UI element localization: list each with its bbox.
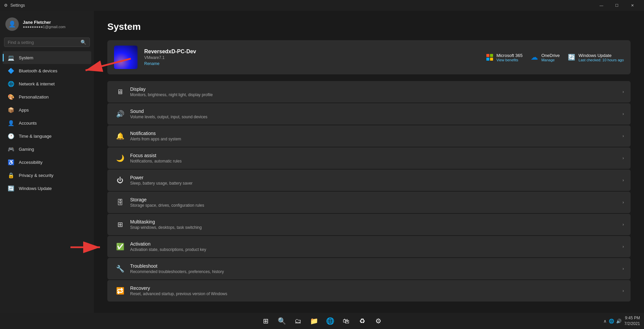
system-vm: VMware7.1 bbox=[144, 55, 480, 60]
title-bar-title: Settings bbox=[10, 3, 25, 8]
settings-title-recovery: Recovery bbox=[130, 285, 623, 291]
settings-arrow-storage: › bbox=[623, 200, 624, 205]
app-window: 👤 Jane Fletcher ●●●●●●●●●1@gmail.com 🔍 💻… bbox=[0, 11, 644, 313]
nav-icon-accessibility: ♿ bbox=[8, 159, 14, 165]
taskbar-icon-file-explorer[interactable]: 📁 bbox=[307, 314, 321, 328]
settings-arrow-activation: › bbox=[623, 244, 624, 249]
settings-icon-sound: 🔊 bbox=[114, 108, 126, 120]
settings-title-multitasking: Multitasking bbox=[130, 219, 623, 224]
sidebar-item-network[interactable]: 🌐 Network & internet bbox=[3, 77, 91, 90]
settings-title-sound: Sound bbox=[130, 109, 623, 114]
clock-date: 7/2/2021 bbox=[624, 321, 640, 327]
content-area: System ReversedxD-PC-Dev VMware7.1 Renam… bbox=[94, 11, 644, 313]
settings-text-sound: Sound Volume levels, output, input, soun… bbox=[130, 109, 623, 119]
page-title: System bbox=[107, 21, 631, 32]
link-text-onedrive: OneDrive Manage bbox=[541, 53, 560, 62]
sidebar-item-accounts[interactable]: 👤 Accounts bbox=[3, 117, 91, 129]
settings-text-notifications: Notifications Alerts from apps and syste… bbox=[130, 131, 623, 141]
search-input[interactable] bbox=[8, 40, 78, 45]
link-sub-update[interactable]: Last checked: 10 hours ago bbox=[579, 58, 624, 62]
taskbar-icon-task-view[interactable]: 🗂 bbox=[291, 314, 305, 328]
system-tray: ∧ 🌐 🔊 bbox=[603, 319, 622, 324]
settings-text-troubleshoot: Troubleshoot Recommended troubleshooters… bbox=[130, 263, 623, 274]
settings-item-display[interactable]: 🖥 Display Monitors, brightness, night li… bbox=[107, 81, 631, 103]
taskbar-icon-search[interactable]: 🔍 bbox=[275, 314, 288, 328]
settings-item-notifications[interactable]: 🔔 Notifications Alerts from apps and sys… bbox=[107, 125, 631, 147]
taskbar-icon-store[interactable]: 🛍 bbox=[339, 314, 353, 328]
settings-subtitle-notifications: Alerts from apps and system bbox=[130, 137, 623, 141]
settings-subtitle-recovery: Reset, advanced startup, previous versio… bbox=[130, 291, 623, 296]
avatar: 👤 bbox=[5, 17, 19, 31]
sidebar-item-gaming[interactable]: 🎮 Gaming bbox=[3, 143, 91, 155]
settings-item-multitasking[interactable]: ⊞ Multitasking Snap windows, desktops, t… bbox=[107, 214, 631, 235]
settings-icon-power: ⏻ bbox=[114, 174, 126, 186]
tray-network[interactable]: 🌐 bbox=[609, 319, 614, 324]
system-links: Microsoft 365 View benefits ☁ OneDrive M… bbox=[486, 53, 624, 62]
system-link-ms365[interactable]: Microsoft 365 View benefits bbox=[486, 53, 523, 62]
link-text-update: Windows Update Last checked: 10 hours ag… bbox=[579, 53, 624, 62]
link-text-ms365: Microsoft 365 View benefits bbox=[496, 53, 523, 62]
nav-icon-personalization: 🎨 bbox=[8, 94, 14, 100]
nav-list: 💻 System 🔷 Bluetooth & devices 🌐 Network… bbox=[0, 51, 94, 195]
settings-icon-activation: ✅ bbox=[114, 241, 126, 253]
user-info: Jane Fletcher ●●●●●●●●●1@gmail.com bbox=[23, 20, 65, 29]
clock-time: 9:45 PM bbox=[624, 315, 640, 321]
settings-subtitle-multitasking: Snap windows, desktops, task switching bbox=[130, 225, 623, 230]
close-button[interactable]: ✕ bbox=[625, 0, 640, 11]
settings-item-sound[interactable]: 🔊 Sound Volume levels, output, input, so… bbox=[107, 103, 631, 125]
settings-title-focus: Focus assist bbox=[130, 153, 623, 158]
settings-item-recovery[interactable]: 🔁 Recovery Reset, advanced startup, prev… bbox=[107, 280, 631, 302]
system-link-onedrive[interactable]: ☁ OneDrive Manage bbox=[531, 53, 560, 62]
settings-item-activation[interactable]: ✅ Activation Activation state, subscript… bbox=[107, 236, 631, 257]
nav-icon-network: 🌐 bbox=[8, 81, 14, 87]
settings-subtitle-power: Sleep, battery usage, battery saver bbox=[130, 181, 623, 186]
link-sub-onedrive[interactable]: Manage bbox=[541, 58, 560, 62]
link-sub-ms365[interactable]: View benefits bbox=[496, 58, 523, 62]
link-label-ms365: Microsoft 365 bbox=[496, 53, 523, 58]
nav-label-accessibility: Accessibility bbox=[19, 160, 43, 165]
settings-text-recovery: Recovery Reset, advanced startup, previo… bbox=[130, 285, 623, 296]
maximize-button[interactable]: ☐ bbox=[609, 0, 625, 11]
settings-icon-focus: 🌙 bbox=[114, 152, 126, 164]
taskbar-icon-mail[interactable]: ♻ bbox=[356, 314, 369, 328]
sidebar-item-bluetooth[interactable]: 🔷 Bluetooth & devices bbox=[3, 64, 91, 77]
taskbar-icon-edge[interactable]: 🌐 bbox=[323, 314, 337, 328]
settings-item-troubleshoot[interactable]: 🔧 Troubleshoot Recommended troubleshoote… bbox=[107, 258, 631, 279]
sidebar-item-apps[interactable]: 📦 Apps bbox=[3, 104, 91, 116]
sidebar-item-time[interactable]: 🕐 Time & language bbox=[3, 130, 91, 142]
nav-label-time: Time & language bbox=[19, 134, 52, 139]
settings-item-focus[interactable]: 🌙 Focus assist Notifications, automatic … bbox=[107, 147, 631, 169]
rename-link[interactable]: Rename bbox=[144, 61, 480, 66]
system-link-update[interactable]: 🔄 Windows Update Last checked: 10 hours … bbox=[568, 53, 624, 62]
taskbar-center: ⊞🔍🗂📁🌐🛍♻⚙ bbox=[259, 314, 385, 328]
search-button[interactable]: 🔍 bbox=[80, 40, 86, 45]
system-thumbnail-inner bbox=[114, 46, 138, 69]
settings-title-notifications: Notifications bbox=[130, 131, 623, 136]
sidebar-item-privacy[interactable]: 🔒 Privacy & security bbox=[3, 169, 91, 182]
settings-icon-multitasking: ⊞ bbox=[114, 218, 126, 231]
settings-text-focus: Focus assist Notifications, automatic ru… bbox=[130, 153, 623, 163]
settings-item-storage[interactable]: 🗄 Storage Storage space, drives, configu… bbox=[107, 192, 631, 213]
settings-icon: ⚙ bbox=[4, 3, 8, 8]
user-section: 👤 Jane Fletcher ●●●●●●●●●1@gmail.com bbox=[0, 11, 94, 36]
settings-subtitle-sound: Volume levels, output, input, sound devi… bbox=[130, 115, 623, 119]
sidebar-item-personalization[interactable]: 🎨 Personalization bbox=[3, 90, 91, 103]
nav-icon-accounts: 👤 bbox=[8, 120, 14, 126]
search-box[interactable]: 🔍 bbox=[4, 38, 90, 47]
taskbar-time[interactable]: 9:45 PM 7/2/2021 bbox=[624, 315, 640, 327]
tray-volume[interactable]: 🔊 bbox=[616, 319, 622, 324]
taskbar-icon-windows-start[interactable]: ⊞ bbox=[259, 314, 272, 328]
minimize-button[interactable]: — bbox=[594, 0, 609, 11]
sidebar-item-accessibility[interactable]: ♿ Accessibility bbox=[3, 156, 91, 169]
nav-label-update: Windows Update bbox=[19, 186, 52, 191]
settings-item-power[interactable]: ⏻ Power Sleep, battery usage, battery sa… bbox=[107, 170, 631, 191]
taskbar-icon-settings-app[interactable]: ⚙ bbox=[372, 314, 385, 328]
nav-label-gaming: Gaming bbox=[19, 147, 34, 152]
sidebar-item-update[interactable]: 🔄 Windows Update bbox=[3, 182, 91, 195]
settings-title-troubleshoot: Troubleshoot bbox=[130, 263, 623, 269]
title-bar-controls: — ☐ ✕ bbox=[594, 0, 640, 11]
nav-icon-system: 💻 bbox=[8, 55, 14, 61]
sidebar-item-system[interactable]: 💻 System bbox=[3, 51, 91, 64]
tray-chevron[interactable]: ∧ bbox=[603, 319, 607, 324]
settings-title-storage: Storage bbox=[130, 197, 623, 202]
